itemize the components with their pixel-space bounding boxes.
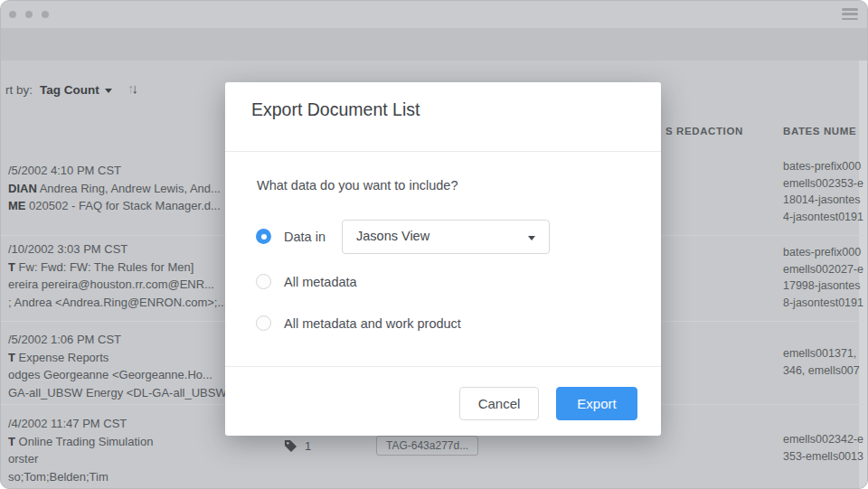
hamburger-menu-icon[interactable] — [842, 8, 858, 21]
view-select[interactable]: Jasons View — [342, 220, 550, 254]
bates-numbers: bates-prefix000emells002353-e 18014-jaso… — [783, 158, 868, 226]
window-titlebar — [1, 1, 867, 28]
doc-meta: DIAN Andrea Ring, Andrew Lewis, And... — [8, 180, 234, 198]
doc-meta: ; Andrea <Andrea.Ring@ENRON.com>;... — [8, 294, 234, 312]
doc-meta: so;Tom;Belden;Tim — [8, 468, 234, 486]
window-control-dot[interactable] — [42, 11, 49, 18]
document-row[interactable]: /10/2002 3:03 PM CST T Fw: Fwd: FW: The … — [8, 240, 234, 311]
doc-date: /10/2002 3:03 PM CST — [8, 240, 234, 259]
export-button[interactable]: Export — [556, 387, 637, 420]
doc-date: /5/2002 1:06 PM CST — [8, 331, 234, 349]
bates-numbers: emells002342-e353-emells0013 — [783, 431, 868, 465]
doc-meta: T Online Trading Simulation — [8, 433, 234, 451]
modal-footer-divider — [225, 366, 661, 367]
sort-value[interactable]: Tag Count — [40, 83, 99, 97]
tag-count: 1 — [305, 439, 311, 453]
sort-by-label: rt by: — [5, 83, 33, 97]
cancel-button[interactable]: Cancel — [459, 387, 539, 420]
sort-descending-icon[interactable]: ↓ — [132, 80, 139, 96]
modal-title: Export Document List — [251, 99, 420, 120]
app-window: rt by:Tag Count ↑↓ S REDACTION BATES NUM… — [0, 0, 868, 489]
doc-meta: odges Georgeanne <Georgeanne.Ho... — [8, 366, 234, 384]
doc-meta: orster — [8, 450, 234, 468]
modal-question: What data do you want to include? — [257, 178, 458, 193]
modal-header-divider — [225, 151, 661, 152]
window-control-dot[interactable] — [25, 11, 33, 18]
doc-meta: T Expense Reports — [8, 349, 234, 367]
toolbar-band — [1, 28, 867, 61]
radio-all-metadata[interactable] — [256, 274, 271, 289]
tag-icon — [284, 439, 297, 456]
document-row[interactable]: /5/2002 4:10 PM CST DIAN Andrea Ring, An… — [8, 162, 234, 215]
sort-control[interactable]: rt by:Tag Count — [5, 83, 112, 97]
column-header-redaction[interactable]: S REDACTION — [665, 126, 743, 136]
chevron-down-icon — [105, 89, 112, 93]
radio-data-in[interactable] — [256, 229, 271, 244]
doc-date: /5/2002 4:10 PM CST — [8, 162, 234, 180]
radio-all-metadata-work-product[interactable] — [256, 315, 271, 331]
window-control-dot[interactable] — [9, 11, 16, 18]
bates-numbers: emells001371,346, emells007 — [783, 345, 868, 379]
document-row[interactable]: /5/2002 1:06 PM CST T Expense Reports od… — [8, 331, 234, 401]
export-document-list-modal: Export Document List What data do you wa… — [225, 82, 661, 436]
doc-meta: ereira pereira@houston.rr.com@ENR... — [8, 276, 234, 294]
bates-numbers: bates-prefix000emells002027-e 17998-jaso… — [783, 244, 868, 312]
doc-meta: GA-all_UBSW Energy <DL-GA-all_UBSW... — [8, 384, 234, 402]
doc-meta: ME 020502 - FAQ for Stack Manager.d... — [8, 197, 234, 215]
radio-all-metadata-label[interactable]: All metadata — [284, 275, 357, 289]
tag-chip[interactable]: TAG-643a277d... — [376, 436, 478, 456]
radio-all-metadata-work-product-label[interactable]: All metadata and work product — [284, 316, 461, 331]
doc-date: /4/2002 11:47 PM CST — [8, 415, 234, 433]
document-row[interactable]: /4/2002 11:47 PM CST T Online Trading Si… — [8, 415, 234, 485]
view-select-value: Jasons View — [356, 229, 429, 243]
radio-data-in-label[interactable]: Data in — [284, 230, 326, 244]
chevron-down-icon — [528, 236, 535, 240]
doc-meta: T Fw: Fwd: FW: The Rules for Men] — [8, 259, 234, 277]
sort-direction-toggle[interactable]: ↑↓ — [127, 80, 138, 96]
column-header-bates[interactable]: BATES NUME — [783, 126, 856, 136]
